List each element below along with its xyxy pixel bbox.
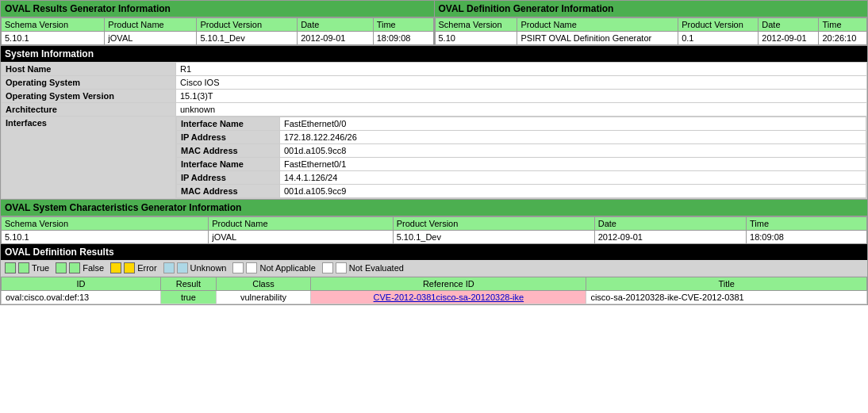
- interfaces-inner: Interface Name FastEthernet0/0 IP Addres…: [176, 117, 867, 199]
- unknown-box-1: [163, 262, 175, 273]
- top-panels: OVAL Results Generator Information Schem…: [1, 1, 867, 46]
- results-table: ID Result Class Reference ID Title oval:…: [1, 277, 867, 304]
- true-box-2: [18, 262, 29, 273]
- table-row: oval:cisco.oval:def:13 true vulnerabilit…: [2, 291, 867, 304]
- table-row: 5.10 PSIRT OVAL Definition Generator 0.1…: [435, 32, 867, 45]
- iface1-ip-label: IP Address: [177, 171, 280, 185]
- iface1-mac-value: 001d.a105.9cc9: [280, 185, 866, 198]
- result-title: cisco-sa-20120328-ike-CVE-2012-0381: [586, 291, 867, 304]
- result-result: true: [161, 291, 217, 304]
- os-label: Operating System: [2, 76, 176, 90]
- table-row: Interface Name FastEthernet0/1: [177, 158, 866, 171]
- oval-results-generator-header: OVAL Results Generator Information: [1, 1, 434, 17]
- error-label: Error: [137, 263, 156, 273]
- col-product-version: Product Version: [197, 18, 298, 32]
- def-product-version-value: 0.1: [678, 32, 759, 45]
- sys-col-time: Time: [747, 217, 867, 231]
- legend-false: False: [56, 262, 104, 273]
- table-row: Operating System Version 15.1(3)T: [2, 90, 867, 103]
- legend-not-applicable: Not Applicable: [232, 262, 315, 273]
- ne-box-2: [336, 262, 347, 273]
- def-schema-version-value: 5.10: [435, 32, 517, 45]
- iface0-mac-label: MAC Address: [177, 144, 280, 158]
- sys-product-version-value: 5.10.1_Dev: [393, 231, 594, 244]
- col-schema-version: Schema Version: [2, 18, 105, 32]
- result-class: vulnerability: [216, 291, 311, 304]
- interfaces-label: Interfaces: [2, 117, 176, 199]
- oval-results-generator-table: Schema Version Product Name Product Vers…: [1, 17, 434, 45]
- sys-schema-version-value: 5.10.1: [2, 231, 209, 244]
- oval-sys-char-header: OVAL System Characteristics Generator In…: [1, 199, 867, 216]
- table-row: MAC Address 001d.a105.9cc8: [177, 144, 866, 158]
- false-box-2: [69, 262, 80, 273]
- iface0-ip-value: 172.18.122.246/26: [280, 131, 866, 144]
- iface1-ip-value: 14.4.1.126/24: [280, 171, 866, 185]
- table-row: Host Name R1: [2, 63, 867, 76]
- system-info-table: Host Name R1 Operating System Cisco IOS …: [1, 62, 867, 199]
- iface1-name-value: FastEthernet0/1: [280, 158, 866, 171]
- table-row: 5.10.1 jOVAL 5.10.1_Dev 2012-09-01 18:09…: [2, 231, 867, 244]
- oval-definition-generator-table: Schema Version Product Name Product Vers…: [435, 17, 868, 45]
- false-label: False: [83, 263, 104, 273]
- system-info-section: System Information Host Name R1 Operatin…: [1, 46, 867, 199]
- product-version-value: 5.10.1_Dev: [197, 32, 298, 45]
- true-box-1: [5, 262, 16, 273]
- sys-col-schema-version: Schema Version: [2, 217, 209, 231]
- sys-product-name-value: jOVAL: [209, 231, 393, 244]
- oval-sys-char-section: OVAL System Characteristics Generator In…: [1, 199, 867, 244]
- def-col-product-name: Product Name: [517, 18, 678, 32]
- oval-definition-results-section: OVAL Definition Results True False Error: [1, 244, 867, 304]
- product-name-value: jOVAL: [105, 32, 197, 45]
- col-product-name: Product Name: [105, 18, 197, 32]
- sys-time-value: 18:09:08: [747, 231, 867, 244]
- sys-col-product-version: Product Version: [393, 217, 594, 231]
- na-box-1: [232, 262, 244, 273]
- oval-definition-generator-header: OVAL Definition Generator Information: [435, 1, 868, 17]
- table-row: IP Address 172.18.122.246/26: [177, 131, 866, 144]
- sys-col-product-name: Product Name: [209, 217, 393, 231]
- error-box-2: [124, 262, 135, 273]
- oval-results-generator-panel: OVAL Results Generator Information Schem…: [1, 1, 435, 45]
- os-version-label: Operating System Version: [2, 90, 176, 103]
- table-row: IP Address 14.4.1.126/24: [177, 171, 866, 185]
- na-box-2: [246, 262, 257, 273]
- interfaces-row: Interfaces Interface Name FastEthernet0/…: [2, 117, 867, 199]
- legend-row: True False Error Unknown Not Applicable: [1, 260, 867, 277]
- os-value: Cisco IOS: [176, 76, 867, 90]
- results-col-reference: Reference ID: [311, 277, 586, 291]
- iface0-name-label: Interface Name: [177, 117, 280, 131]
- iface0-ip-label: IP Address: [177, 131, 280, 144]
- system-info-header: System Information: [1, 46, 867, 62]
- unknown-box-2: [177, 262, 188, 273]
- results-col-id: ID: [2, 277, 161, 291]
- def-col-date: Date: [759, 18, 819, 32]
- iface0-mac-value: 001d.a105.9cc8: [280, 144, 866, 158]
- table-row: Operating System Cisco IOS: [2, 76, 867, 90]
- schema-version-value: 5.10.1: [2, 32, 105, 45]
- oval-definition-results-header: OVAL Definition Results: [1, 244, 867, 260]
- sys-date-value: 2012-09-01: [594, 231, 746, 244]
- results-col-class: Class: [216, 277, 311, 291]
- def-product-name-value: PSIRT OVAL Definition Generator: [517, 32, 678, 45]
- def-date-value: 2012-09-01: [759, 32, 819, 45]
- legend-unknown: Unknown: [163, 262, 227, 273]
- not-evaluated-label: Not Evaluated: [349, 263, 404, 273]
- col-date: Date: [298, 18, 374, 32]
- true-label: True: [32, 263, 49, 273]
- table-row: 5.10.1 jOVAL 5.10.1_Dev 2012-09-01 18:09…: [2, 32, 434, 45]
- host-name-value: R1: [176, 63, 867, 76]
- table-row: Interface Name FastEthernet0/0: [177, 117, 866, 131]
- reference-link[interactable]: CVE-2012-0381cisco-sa-20120328-ike: [374, 293, 524, 302]
- result-id: oval:cisco.oval:def:13: [2, 291, 161, 304]
- oval-sys-char-table: Schema Version Product Name Product Vers…: [1, 216, 867, 244]
- def-col-product-version: Product Version: [678, 18, 759, 32]
- main-container: OVAL Results Generator Information Schem…: [0, 0, 868, 305]
- iface1-name-label: Interface Name: [177, 158, 280, 171]
- error-box-1: [110, 262, 121, 273]
- legend-error: Error: [110, 262, 156, 273]
- not-applicable-label: Not Applicable: [259, 263, 315, 273]
- architecture-value: unknown: [176, 103, 867, 117]
- col-time: Time: [373, 18, 433, 32]
- host-name-label: Host Name: [2, 63, 176, 76]
- oval-definition-generator-panel: OVAL Definition Generator Information Sc…: [435, 1, 868, 45]
